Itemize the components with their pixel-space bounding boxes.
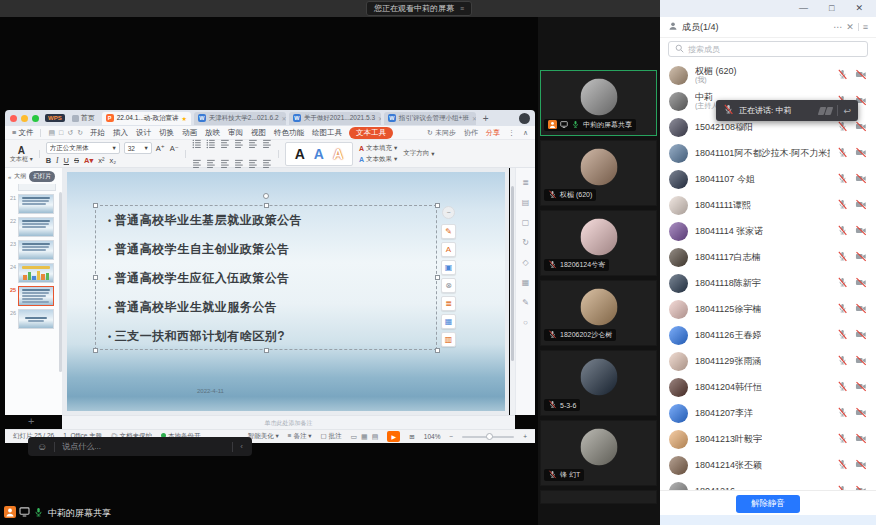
muted-mic-icon[interactable] (837, 248, 848, 266)
object-icon[interactable]: ▢ (522, 218, 530, 227)
zoom-slider-handle[interactable] (486, 433, 493, 440)
camera-off-icon[interactable] (855, 196, 867, 214)
members-close-icon[interactable]: ✕ (846, 22, 854, 32)
traffic-zoom-icon[interactable] (32, 115, 39, 122)
history-icon[interactable]: ↻ (522, 238, 529, 247)
slide-thumbnail[interactable] (18, 286, 54, 306)
notes-button[interactable]: ≡ 备注 ▾ (288, 432, 312, 441)
unmute-button[interactable]: 解除静音 (736, 495, 800, 513)
font-color-button[interactable]: A▾ (84, 156, 93, 165)
style-icon[interactable]: A (441, 242, 456, 257)
quick-access-icons[interactable]: ▤□ ↺↻ (48, 129, 83, 137)
member-row[interactable]: 18041117白志楠 (660, 244, 876, 270)
collapse-tools-icon[interactable]: − (442, 206, 455, 219)
text-direction-button[interactable]: 文字方向▾ (403, 149, 434, 158)
tab-close-icon[interactable]: ✕ (472, 115, 476, 122)
tab-close-icon[interactable]: ✕ (378, 115, 381, 122)
selection-handle[interactable] (93, 275, 98, 280)
wps-logo[interactable]: WPS (45, 114, 65, 122)
help-icon[interactable]: ○ (523, 318, 528, 327)
panel-handle-icon[interactable]: ≡ (863, 22, 868, 32)
slide-thumb-row[interactable]: 24 (6, 263, 60, 283)
account-avatar[interactable] (519, 113, 530, 124)
slide-thumb-row[interactable]: 25 (6, 286, 60, 306)
members-more-icon[interactable]: ⋯ (833, 22, 842, 32)
indent-icon[interactable] (234, 135, 244, 153)
chart-icon[interactable]: ▥ (441, 332, 456, 347)
video-thumbnail[interactable]: 5-3-6 (540, 350, 657, 416)
back-arrow-icon[interactable]: ↩ (843, 106, 851, 116)
slide-thumb-row[interactable]: 22 (6, 217, 60, 237)
selection-handle[interactable] (93, 203, 98, 208)
member-row[interactable]: 18041214张丕颖 (660, 452, 876, 478)
camera-off-icon[interactable] (855, 326, 867, 344)
subscript-button[interactable]: x₂ (109, 156, 116, 165)
text-effect-button[interactable]: A文本效果▾ (359, 155, 397, 164)
emoji-icon[interactable]: ☺ (37, 441, 47, 452)
slide-thumbnail[interactable] (18, 194, 54, 214)
muted-mic-icon[interactable] (837, 482, 848, 490)
effects-icon[interactable]: ◇ (522, 258, 528, 267)
selected-textbox[interactable]: •普通高校毕业生基层就业政策公告•普通高校学生自主创业政策公告•普通高校学生应征… (95, 205, 437, 350)
tab-slides[interactable]: 幻灯片 (29, 171, 55, 182)
muted-mic-icon[interactable] (837, 378, 848, 396)
muted-mic-icon[interactable] (837, 170, 848, 188)
member-row[interactable]: 18041118陈新宇 (660, 270, 876, 296)
muted-mic-icon[interactable] (837, 274, 848, 292)
camera-off-icon[interactable] (855, 378, 867, 396)
play-button[interactable]: ▶ (387, 431, 400, 442)
edit-pane-icon[interactable]: ✎ (522, 298, 529, 307)
muted-mic-icon[interactable] (837, 456, 848, 474)
muted-mic-icon[interactable] (837, 222, 848, 240)
distribute-icon[interactable] (248, 135, 258, 153)
menu-item[interactable]: 切换 (159, 128, 174, 138)
share-button[interactable]: 分享 (486, 128, 500, 138)
slide-thumb-row[interactable]: 21 (6, 194, 60, 214)
member-row[interactable]: 18041111谭熙 (660, 192, 876, 218)
muted-mic-icon[interactable] (837, 326, 848, 344)
chat-collapse-icon[interactable]: ‹ (240, 442, 243, 451)
menu-file[interactable]: ≡ 文件 (12, 128, 33, 138)
selection-handle[interactable] (435, 203, 440, 208)
menu-item[interactable]: 插入 (113, 128, 128, 138)
member-row[interactable]: 18041129张雨涵 (660, 348, 876, 374)
textbox-tool[interactable]: A 文本框 ▾ (10, 145, 33, 163)
camera-off-icon[interactable] (855, 222, 867, 240)
new-tab-button[interactable]: + (480, 113, 492, 124)
table-pane-icon[interactable]: ▦ (522, 278, 530, 287)
zoom-in-button[interactable]: + (523, 433, 527, 440)
menu-item[interactable]: 设计 (136, 128, 151, 138)
document-tab[interactable]: P22.04.1...动-政治宣讲★ (102, 112, 191, 125)
camera-off-icon[interactable] (855, 248, 867, 266)
traffic-minimize-icon[interactable] (21, 115, 28, 122)
view-switcher[interactable]: ▭▦▤ (350, 433, 378, 441)
menu-text-tools-active[interactable]: 文本工具 (349, 127, 393, 139)
close-button[interactable]: ✕ (855, 4, 863, 13)
muted-mic-icon[interactable] (837, 352, 848, 370)
italic-button[interactable]: I (56, 156, 59, 165)
muted-mic-icon[interactable] (837, 300, 848, 318)
muted-mic-icon[interactable] (837, 144, 848, 162)
camera-off-icon[interactable] (855, 274, 867, 292)
member-row[interactable]: 18041107 今姐 (660, 166, 876, 192)
member-search-input[interactable]: 搜索成员 (668, 41, 868, 57)
camera-off-icon[interactable] (855, 300, 867, 318)
tab-home[interactable]: 首页 (69, 113, 98, 123)
font-grow-shrink[interactable]: A⁺A⁻ (156, 144, 179, 153)
sync-status[interactable]: ↻ 未同步 (427, 128, 456, 138)
camera-off-icon[interactable] (855, 144, 867, 162)
video-thumbnail[interactable]: 权楣 (620) (540, 140, 657, 206)
maximize-button[interactable]: □ (829, 4, 834, 13)
camera-off-icon[interactable] (855, 430, 867, 448)
video-thumbnail[interactable]: 中莉的屏幕共享 (540, 70, 657, 136)
camera-off-icon[interactable] (855, 482, 867, 490)
zoom-slider[interactable] (462, 436, 514, 438)
collapse-ribbon-icon[interactable]: ∧ (523, 129, 528, 137)
menu-item[interactable]: 开始 (90, 128, 105, 138)
camera-off-icon[interactable] (855, 118, 867, 136)
muted-mic-icon[interactable] (837, 66, 848, 84)
superscript-button[interactable]: x² (98, 156, 104, 165)
member-row[interactable]: 18041126王春婷 (660, 322, 876, 348)
slide-thumb-row[interactable]: 23 (6, 240, 60, 260)
video-thumbnail[interactable]: 18206202沙仑树 (540, 280, 657, 346)
